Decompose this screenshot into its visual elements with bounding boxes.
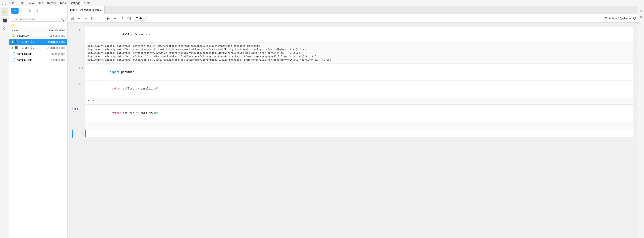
cell-body-4[interactable]: !python pdf2txt.py sample1.pdf ··· (85, 81, 633, 105)
folder-panel-button[interactable]: 📁 (1, 8, 8, 16)
refresh-button[interactable] (34, 8, 40, 14)
menu-kernel[interactable]: Kernel (46, 1, 58, 5)
paste-cell-button[interactable]: 📄 (96, 15, 102, 22)
icon-sidebar: 📁 ⬛ (0, 6, 10, 238)
space-5: pdf2txt. (121, 112, 136, 115)
folder-icon-small: 📁 (12, 24, 15, 27)
empty-code-cell[interactable] (85, 130, 633, 137)
restart-run-all-button[interactable]: >>| (126, 15, 132, 22)
module-name: pdfminer (120, 71, 134, 74)
copy-cell-button[interactable]: 📋 (90, 15, 96, 22)
arg-5: sample2. (139, 112, 154, 115)
file-name: PDFから文... (20, 40, 40, 44)
code-text-2: pip install pdfminer. (112, 33, 145, 36)
extensions-button[interactable] (1, 25, 8, 33)
main-container: 📁 ⬛ + (0, 6, 644, 238)
file-list-header: Name ▲ Last Modified (10, 28, 67, 33)
code-input-2[interactable]: !pip install pdfminer.six (85, 27, 633, 42)
menu-file[interactable]: File (8, 1, 16, 5)
code-output-4: ··· (85, 97, 633, 104)
cell-type-dropdown[interactable]: Code ▾ (134, 16, 147, 20)
list-item[interactable]: 📄 sample1.pdf an hour ago (10, 51, 67, 57)
notebook-area: PDFから文字認識.ipynb ● + ✂ 📋 📄 ▶ ■ ↺ >>| Code… (68, 6, 638, 238)
new-file-button[interactable]: + (11, 8, 18, 14)
code-cell-2[interactable]: !pip install pdfminer.six Requirement al… (85, 26, 633, 64)
code-cell-4[interactable]: !python pdf2txt.py sample1.pdf ··· (85, 81, 633, 105)
code-input-3[interactable]: import pdfminer (85, 64, 633, 80)
list-item[interactable]: 🐍 pdf2txt.py 15 hours ago (10, 33, 67, 39)
list-item[interactable]: 📄 sample2.pdf 15 hours ago (10, 57, 67, 63)
file-modified: 34 minutes ago (40, 46, 65, 50)
dot-indicator-green (12, 47, 14, 49)
notebook-tab[interactable]: PDFから文字認識.ipynb ● (68, 6, 105, 14)
kernel-name: Python 3 (ipykernel) (608, 17, 632, 20)
save-button[interactable] (69, 15, 76, 22)
space-4: pdf2txt. (121, 87, 136, 90)
file-modified: 15 hours ago (40, 58, 65, 62)
right-settings-button[interactable]: ⚙ (638, 8, 644, 14)
ext2-5: pdf (154, 112, 158, 115)
cell-body-3[interactable]: import pdfminer (85, 64, 633, 80)
pdf-file-icon: 📄 (12, 52, 16, 56)
empty-cell: [ ]: (72, 130, 633, 138)
list-item[interactable]: 📓 PDFから文... 9 minutes ago (10, 39, 67, 45)
cell-body-2[interactable]: !pip install pdfminer.six Requirement al… (85, 26, 633, 64)
list-item[interactable]: 📓 PDFから文... 34 minutes ago (10, 45, 67, 51)
open-folder-button[interactable] (20, 8, 26, 14)
file-modified: 15 hours ago (40, 34, 65, 37)
menu-edit[interactable]: Edit (17, 1, 25, 5)
kernel-circle-icon (633, 17, 636, 20)
column-modified-header[interactable]: Last Modified (38, 29, 65, 32)
right-panel-button[interactable]: ≡ (638, 14, 644, 20)
cut-cell-button[interactable]: ✂ (83, 15, 89, 22)
column-name-header[interactable]: Name ▲ (12, 29, 38, 32)
notebook-content: [2]: !pip install pdfminer.six Requireme… (68, 22, 638, 238)
breadcrumb-path: / (16, 24, 16, 27)
running-dot-icon: · (72, 107, 73, 110)
running-sessions-button[interactable]: ⬛ (1, 16, 8, 24)
ext2-4: pdf (154, 87, 158, 90)
menu-tabs[interactable]: Tabs (58, 1, 68, 5)
cell-3: [3]: import pdfminer (72, 64, 633, 80)
file-panel-toolbar: + (10, 6, 67, 16)
cell-5: · [5]: !python pdf2txt.py sample2.pdf ··… (72, 105, 633, 129)
cell-number-5: · [5]: (72, 105, 83, 129)
notebook-file-icon: 📓 (14, 40, 18, 44)
tab-title: PDFから文字認識.ipynb (70, 8, 99, 12)
code-cell-3[interactable]: import pdfminer (85, 64, 633, 80)
menu-view[interactable]: View (26, 1, 36, 5)
code-input-4[interactable]: !python pdf2txt.py sample1.pdf (85, 81, 633, 97)
file-name: sample2.pdf (17, 58, 40, 62)
settings-icon[interactable]: ⚙ (605, 16, 608, 20)
breadcrumb: 📁 / (10, 23, 67, 28)
cell-number-4: [4]: (72, 81, 83, 105)
file-name: sample1.pdf (17, 52, 40, 56)
cell-4: [4]: !python pdf2txt.py sample1.pdf ··· (72, 81, 633, 105)
upload-button[interactable] (26, 8, 33, 14)
menu-settings[interactable]: Settings (68, 1, 82, 5)
empty-cell-body[interactable] (85, 130, 633, 137)
interrupt-kernel-button[interactable]: ■ (112, 15, 118, 22)
file-name: pdf2txt.py (17, 34, 40, 37)
empty-cell-number: [ ]: (74, 130, 85, 135)
file-list: 🐍 pdf2txt.py 15 hours ago 📓 PDFから文... 9 … (10, 33, 67, 238)
notebook-file-icon: 📓 (14, 46, 18, 50)
code-cell-5[interactable]: !python pdf2txt.py sample2.pdf ··· (85, 105, 633, 129)
search-input[interactable] (13, 18, 60, 21)
code-input-5[interactable]: !python pdf2txt.py sample2.pdf (85, 105, 633, 121)
ext-5: py (136, 112, 139, 115)
cell-number-3: [3]: (72, 64, 83, 80)
menu-help[interactable]: Help (82, 1, 92, 5)
cell-type-label: Code (136, 17, 142, 20)
add-cell-button[interactable]: + (76, 15, 82, 22)
search-box[interactable]: 🔍 (11, 17, 66, 22)
pdf-file-icon: 📄 (12, 58, 16, 62)
file-browser-panel: + 🔍 📁 / (10, 6, 68, 238)
right-sidebar: ⚙ ≡ (638, 6, 644, 238)
file-modified: 9 minutes ago (40, 40, 65, 44)
tab-close-icon[interactable]: ● (100, 9, 102, 12)
menu-run[interactable]: Run (36, 1, 45, 5)
cell-body-5[interactable]: !python pdf2txt.py sample2.pdf ··· (85, 105, 633, 129)
run-cell-button[interactable]: ▶ (105, 15, 112, 22)
restart-kernel-button[interactable]: ↺ (119, 15, 125, 22)
